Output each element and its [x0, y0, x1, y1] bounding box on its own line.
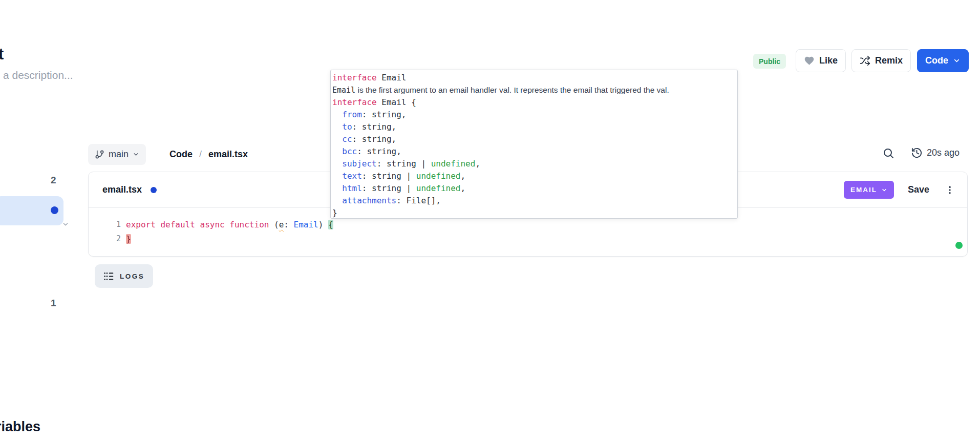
- run-status-dot: [955, 242, 963, 249]
- branch-selector[interactable]: main: [88, 144, 146, 165]
- last-edited-label: 20s ago: [927, 148, 960, 158]
- save-button[interactable]: Save: [908, 184, 929, 195]
- tooltip-line: cc: string,: [332, 133, 737, 145]
- tooltip-line: bcc: string,: [332, 145, 737, 158]
- branch-name: main: [109, 149, 129, 160]
- chevron-down-icon: [881, 187, 887, 193]
- breadcrumb: Code / email.tsx: [169, 144, 248, 165]
- code-line-1[interactable]: 1 export default async function (e: Emai…: [89, 217, 967, 232]
- heart-icon: [804, 55, 815, 66]
- rail-count-top: 2: [51, 175, 56, 186]
- tooltip-line: to: string,: [332, 121, 737, 133]
- tooltip-line: }: [332, 207, 737, 219]
- logs-list-icon: [103, 271, 114, 282]
- code-line-text: export default async function (e: Email)…: [126, 220, 333, 229]
- line-number: 2: [116, 234, 121, 243]
- remix-button-label: Remix: [875, 55, 903, 66]
- code-dropdown-button[interactable]: Code: [917, 49, 969, 72]
- version-history-button[interactable]: 20s ago: [911, 147, 960, 159]
- tooltip-line: subject: string | undefined,: [332, 158, 737, 170]
- search-icon: [882, 147, 894, 159]
- search-button[interactable]: [882, 147, 894, 159]
- code-line-2[interactable]: 2 }: [89, 232, 967, 246]
- logs-button-label: LOGS: [120, 272, 144, 280]
- tooltip-line: interface Email {: [332, 96, 737, 109]
- tooltip-line: attachments: File[],: [332, 195, 737, 207]
- unsaved-dot-icon: [151, 187, 157, 193]
- trigger-type-button[interactable]: EMAIL: [844, 181, 894, 199]
- project-description-placeholder[interactable]: a description...: [3, 69, 73, 81]
- line-number: 1: [116, 220, 121, 229]
- visibility-badge: Public: [753, 54, 786, 69]
- breadcrumb-separator: /: [199, 149, 202, 160]
- like-button[interactable]: Like: [796, 49, 846, 72]
- shuffle-icon: [860, 55, 870, 66]
- kebab-menu-button[interactable]: [945, 185, 955, 195]
- remix-button[interactable]: Remix: [851, 49, 911, 72]
- tooltip-line: from: string,: [332, 109, 737, 121]
- chevron-down-icon: [953, 57, 961, 65]
- type-hover-tooltip: interface Email Email is the first argum…: [330, 70, 738, 219]
- rail-count-bottom: 1: [51, 298, 56, 309]
- git-branch-icon: [95, 150, 104, 159]
- logs-button[interactable]: LOGS: [95, 264, 153, 288]
- tooltip-line: interface Email: [332, 72, 737, 84]
- history-icon: [911, 147, 923, 159]
- breadcrumb-file[interactable]: email.tsx: [208, 149, 248, 160]
- tooltip-line: text: string | undefined,: [332, 170, 737, 182]
- like-button-label: Like: [819, 55, 838, 66]
- project-title-fragment: t: [0, 45, 4, 64]
- tooltip-line: html: string | undefined,: [332, 182, 737, 195]
- bottom-section-heading-fragment: riables: [0, 419, 40, 435]
- breadcrumb-root[interactable]: Code: [169, 149, 193, 160]
- trigger-type-label: EMAIL: [850, 186, 877, 194]
- unsaved-indicator-dot: [51, 206, 58, 214]
- chevron-down-icon: [133, 151, 139, 158]
- tooltip-description-line: Email is the first argument to an email …: [332, 84, 737, 96]
- code-line-text: }: [126, 234, 131, 244]
- editor-file-name: email.tsx: [102, 184, 142, 195]
- code-button-label: Code: [925, 55, 948, 66]
